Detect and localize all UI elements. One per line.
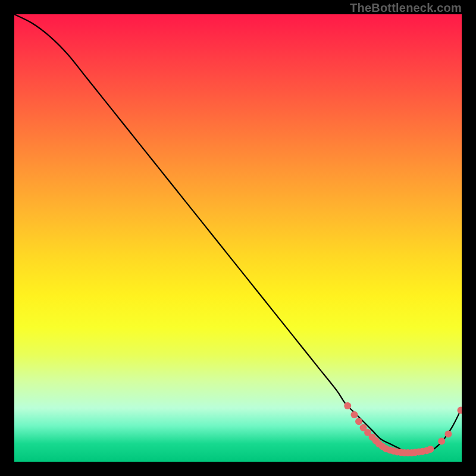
watermark-text: TheBottleneck.com: [350, 1, 462, 15]
curve-marker: [351, 411, 358, 418]
curve-marker: [458, 407, 462, 414]
curve-marker: [427, 446, 434, 453]
curve-marker: [444, 430, 452, 437]
curve-marker: [344, 402, 351, 409]
bottleneck-curve: [14, 14, 462, 453]
curve-markers: [344, 402, 462, 456]
curve-marker: [355, 418, 362, 425]
plot-area: [14, 14, 462, 462]
chart-stage: TheBottleneck.com: [0, 0, 476, 476]
chart-svg: [14, 14, 462, 462]
curve-marker: [438, 437, 445, 444]
